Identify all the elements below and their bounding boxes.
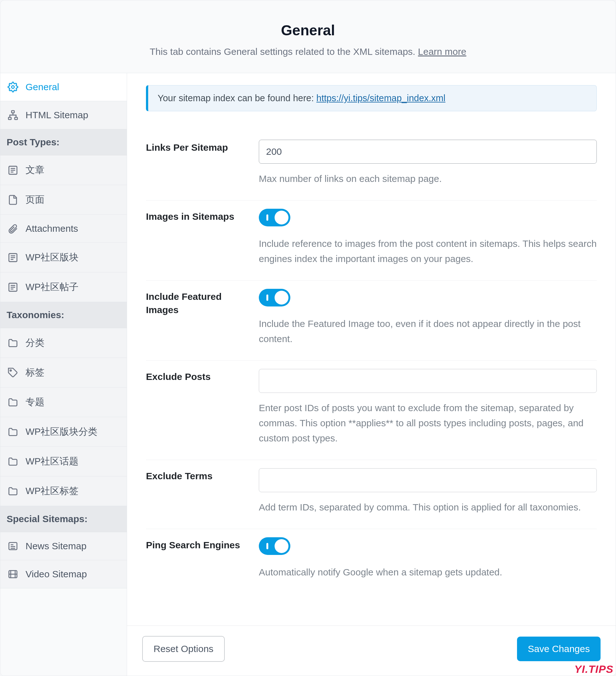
sidebar-item-label: News Sitemap <box>25 541 87 552</box>
attachment-icon <box>7 223 18 234</box>
help-text: Include the Featured Image too, even if … <box>259 316 597 346</box>
sidebar-item-label: WP社区话题 <box>25 455 78 468</box>
post-icon <box>7 165 18 176</box>
field-ping: Ping Search Engines Automatically notify… <box>146 529 597 594</box>
toggle-knob <box>275 211 288 224</box>
sidebar-item-html-sitemap[interactable]: HTML Sitemap <box>0 101 127 129</box>
field-exclude-terms: Exclude Terms Add term IDs, separated by… <box>146 460 597 529</box>
svg-rect-2 <box>8 117 11 119</box>
footer-actions: Reset Options Save Changes <box>127 626 616 676</box>
notice-prefix: Your sitemap index can be found here: <box>158 93 317 103</box>
links-per-sitemap-input[interactable] <box>259 140 597 164</box>
sidebar-item-label: Attachments <box>25 223 78 234</box>
field-label: Links Per Sitemap <box>146 140 259 186</box>
sidebar-item-wp-post[interactable]: WP社区帖子 <box>0 272 127 302</box>
toggle-on-indicator <box>266 294 268 301</box>
video-icon <box>7 568 18 580</box>
help-text: Automatically notify Google when a sitem… <box>259 565 597 580</box>
sidebar-item-label: WP社区版块分类 <box>25 425 97 438</box>
toggle-on-indicator <box>266 543 268 549</box>
exclude-posts-input[interactable] <box>259 369 597 393</box>
folder-icon <box>7 426 18 438</box>
exclude-terms-input[interactable] <box>259 468 597 492</box>
app-container: General This tab contains General settin… <box>0 0 616 676</box>
sidebar-item-wp-topic[interactable]: WP社区话题 <box>0 447 127 476</box>
folder-icon <box>7 456 18 467</box>
sidebar-item-label: Video Sitemap <box>25 569 87 579</box>
main-panel: Your sitemap index can be found here: ht… <box>127 73 616 676</box>
reset-button[interactable]: Reset Options <box>142 636 225 662</box>
field-control: Max number of links on each sitemap page… <box>259 140 597 186</box>
include-featured-toggle[interactable] <box>259 289 290 306</box>
svg-rect-1 <box>12 111 14 113</box>
page-icon <box>7 194 18 206</box>
post-icon <box>7 252 18 263</box>
sidebar-item-label: 文章 <box>25 164 45 177</box>
sidebar-item-wp-block-cat[interactable]: WP社区版块分类 <box>0 417 127 447</box>
sitemap-url-link[interactable]: https://yi.tips/sitemap_index.xml <box>317 93 445 103</box>
sidebar-item-label: 页面 <box>25 193 45 206</box>
post-icon <box>7 282 18 293</box>
field-control: Include reference to images from the pos… <box>259 209 597 267</box>
field-label: Include Featured Images <box>146 289 259 346</box>
folder-icon <box>7 397 18 408</box>
sidebar-item-category[interactable]: 分类 <box>0 328 127 358</box>
sitemap-notice: Your sitemap index can be found here: ht… <box>146 85 597 111</box>
gear-icon <box>7 81 18 93</box>
help-text: Include reference to images from the pos… <box>259 236 597 267</box>
sidebar-item-tags[interactable]: 标签 <box>0 358 127 388</box>
sidebar-item-pages[interactable]: 页面 <box>0 185 127 215</box>
help-text: Enter post IDs of posts you want to excl… <box>259 400 597 446</box>
sidebar: General HTML Sitemap Post Types: 文章 页 <box>0 73 127 676</box>
folder-icon <box>7 337 18 349</box>
sidebar-item-video-sitemap[interactable]: Video Sitemap <box>0 560 127 588</box>
sidebar-item-wp-block[interactable]: WP社区版块 <box>0 243 127 272</box>
sidebar-item-label: WP社区帖子 <box>25 281 78 293</box>
sidebar-item-posts[interactable]: 文章 <box>0 156 127 185</box>
field-control: Enter post IDs of posts you want to excl… <box>259 369 597 446</box>
toggle-knob <box>275 291 288 304</box>
sidebar-item-label: WP社区标签 <box>25 485 78 498</box>
page-description-text: This tab contains General settings relat… <box>150 46 418 57</box>
body: General HTML Sitemap Post Types: 文章 页 <box>0 73 616 676</box>
sidebar-item-wp-tag[interactable]: WP社区标签 <box>0 476 127 506</box>
sidebar-item-topic[interactable]: 专题 <box>0 388 127 417</box>
field-control: Include the Featured Image too, even if … <box>259 289 597 346</box>
field-label: Exclude Terms <box>146 468 259 515</box>
page-description: This tab contains General settings relat… <box>13 46 603 57</box>
tag-icon <box>7 367 18 378</box>
sidebar-item-news-sitemap[interactable]: News Sitemap <box>0 532 127 560</box>
field-label: Ping Search Engines <box>146 537 259 580</box>
ping-toggle[interactable] <box>259 537 290 555</box>
sitemap-icon <box>7 109 18 121</box>
images-in-sitemaps-toggle[interactable] <box>259 209 290 226</box>
sidebar-item-label: 分类 <box>25 336 45 349</box>
field-links-per-sitemap: Links Per Sitemap Max number of links on… <box>146 131 597 201</box>
field-include-featured: Include Featured Images Include the Feat… <box>146 281 597 361</box>
watermark: YI.TIPS <box>574 663 613 675</box>
field-label: Exclude Posts <box>146 369 259 446</box>
field-control: Add term IDs, separated by comma. This o… <box>259 468 597 515</box>
help-text: Max number of links on each sitemap page… <box>259 171 597 186</box>
toggle-knob <box>275 539 288 553</box>
field-label: Images in Sitemaps <box>146 209 259 267</box>
sidebar-item-attachments[interactable]: Attachments <box>0 215 127 243</box>
field-control: Automatically notify Google when a sitem… <box>259 537 597 580</box>
save-button[interactable]: Save Changes <box>517 636 601 661</box>
field-exclude-posts: Exclude Posts Enter post IDs of posts yo… <box>146 361 597 460</box>
folder-icon <box>7 486 18 497</box>
toggle-on-indicator <box>266 214 268 221</box>
svg-rect-3 <box>15 117 18 119</box>
sidebar-item-label: HTML Sitemap <box>25 110 88 120</box>
sidebar-item-general[interactable]: General <box>0 73 127 101</box>
svg-point-0 <box>12 86 14 89</box>
learn-more-link[interactable]: Learn more <box>418 46 466 57</box>
page-header: General This tab contains General settin… <box>0 0 616 73</box>
field-images-in-sitemaps: Images in Sitemaps Include reference to … <box>146 201 597 281</box>
page-title: General <box>13 22 603 39</box>
sidebar-item-label: 标签 <box>25 366 45 379</box>
sidebar-item-label: 专题 <box>25 396 45 409</box>
svg-point-16 <box>10 370 11 371</box>
sidebar-group-post-types: Post Types: <box>0 129 127 156</box>
sidebar-item-label: WP社区版块 <box>25 251 78 264</box>
